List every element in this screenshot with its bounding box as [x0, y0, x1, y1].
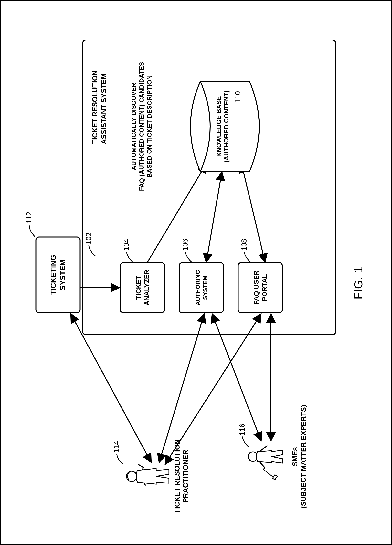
faq-user-portal-label: FAQ USER PORTAL: [252, 270, 269, 305]
ticket-analyzer-label: TICKET ANALYZER: [134, 270, 151, 305]
svg-line-5: [71, 314, 151, 462]
discover-line3: BASED ON TICKET DESCRIPTION: [145, 50, 153, 203]
ticketing-system-label: TICKETING SYSTEM: [49, 255, 67, 295]
svg-line-2: [147, 164, 206, 262]
ref-system: 102: [84, 233, 93, 244]
ticketing-system-box: TICKETING SYSTEM: [35, 236, 80, 313]
authoring-system-label: AUTHORING SYSTEM: [194, 270, 209, 305]
figure-label: FIG. 1: [351, 266, 365, 299]
ref-smes: 116: [238, 424, 246, 435]
svg-line-3: [206, 172, 222, 262]
diagram-canvas: TICKETING SYSTEM TICKET ANALYZER AUTHORI…: [0, 0, 392, 545]
svg-point-11: [127, 471, 137, 481]
smes-line2: (SUBJECT MATTER EXPERTS): [299, 403, 308, 510]
svg-line-8: [212, 314, 261, 441]
sme-icon: [248, 446, 283, 480]
ref-practitioner: 114: [112, 441, 121, 453]
smes-label: SMEs (SUBJECT MATTER EXPERTS): [290, 403, 308, 510]
practitioner-label: TICKET RESOLUTION PRACTITIONER: [173, 433, 190, 520]
ref-portal: 108: [240, 239, 248, 251]
practitioner-line1: TICKET RESOLUTION: [173, 433, 181, 520]
discover-text: AUTOMATICALLY DISCOVER FAQ (AUTHORED CON…: [130, 50, 153, 203]
kb-line2: (AUTHORED CONTENT): [222, 81, 230, 172]
faq-user-portal-box: FAQ USER PORTAL: [237, 262, 283, 313]
discover-line2: FAQ (AUTHORED CONTENT) CANDIDATES: [137, 50, 145, 203]
ref-authoring: 106: [181, 239, 189, 251]
smes-line1: SMEs: [290, 403, 299, 510]
system-title-text: TICKET RESOLUTION ASSISTANT SYSTEM: [91, 70, 108, 144]
ref-kb: 110: [234, 91, 242, 103]
authoring-system-box: AUTHORING SYSTEM: [179, 262, 224, 313]
system-title: TICKET RESOLUTION ASSISTANT SYSTEM: [90, 42, 108, 144]
discover-line1: AUTOMATICALLY DISCOVER: [130, 50, 137, 203]
practitioner-line2: PRACTITIONER: [181, 433, 190, 520]
practitioner-icon: [127, 464, 169, 485]
ticket-analyzer-box: TICKET ANALYZER: [120, 262, 165, 313]
kb-line1: KNOWLEDGE BASE: [215, 81, 222, 172]
ref-analyzer: 104: [122, 239, 130, 251]
page-frame: TICKETING SYSTEM TICKET ANALYZER AUTHORI…: [0, 0, 392, 545]
ref-ticketing: 112: [25, 212, 33, 223]
knowledge-base-label: KNOWLEDGE BASE (AUTHORED CONTENT): [215, 81, 230, 172]
